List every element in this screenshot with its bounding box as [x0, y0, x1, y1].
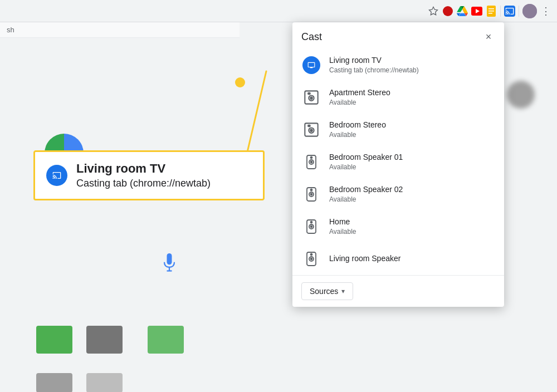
svg-point-26: [311, 189, 312, 191]
svg-point-33: [311, 258, 312, 260]
cast-device-icon-wrap-4: [301, 152, 321, 172]
cast-device-icon-wrap-2: [301, 87, 321, 107]
cast-popup: Cast × Living room TV Casting tab (chrom…: [292, 22, 504, 307]
cast-device-name: Living room TV: [329, 55, 495, 66]
svg-point-13: [310, 97, 312, 99]
cast-device-icon-wrap: [301, 55, 321, 75]
cast-active-tv-icon: [302, 56, 320, 74]
cast-device-bedroom-speaker-02[interactable]: Bedroom Speaker 02 Available: [292, 178, 504, 210]
cast-device-info-7: Living room Speaker: [329, 253, 495, 264]
sources-dropdown-arrow: ▾: [341, 287, 345, 295]
callout-status: Casting tab (chrome://newtab): [76, 177, 211, 190]
cast-device-icon-wrap-5: [301, 184, 321, 204]
cast-icon[interactable]: [504, 6, 515, 17]
cast-device-info-5: Bedroom Speaker 02 Available: [329, 184, 495, 204]
opera-icon[interactable]: [442, 6, 453, 17]
youtube-icon[interactable]: [471, 6, 482, 17]
cast-device-info-3: Bedroom Stereo Available: [329, 120, 495, 140]
cast-device-status-5: Available: [329, 195, 495, 204]
cast-device-info: Living room TV Casting tab (chrome://new…: [329, 55, 495, 75]
yellow-indicator-dot: [235, 77, 245, 87]
thumbnail-5: [86, 373, 123, 392]
cast-device-list[interactable]: Living room TV Casting tab (chrome://new…: [292, 49, 504, 275]
thumbnail-3: [148, 326, 184, 354]
svg-point-30: [311, 222, 312, 223]
toolbar-divider2: [519, 6, 519, 17]
cast-device-status-4: Available: [329, 163, 495, 172]
cast-device-bedroom-stereo[interactable]: Bedroom Stereo Available: [292, 114, 504, 146]
url-text: sh: [7, 26, 14, 34]
cast-device-name-7: Living room Speaker: [329, 253, 495, 264]
thumbnail-1: [36, 326, 72, 354]
sources-button[interactable]: Sources ▾: [301, 282, 353, 300]
cast-device-living-room-speaker[interactable]: Living room Speaker: [292, 243, 504, 275]
cast-device-status-6: Available: [329, 227, 495, 237]
cast-device-name-2: Apartment Stereo: [329, 87, 495, 99]
cast-device-icon-wrap-6: [301, 217, 321, 237]
cast-device-home[interactable]: Home Available: [292, 210, 504, 243]
cast-device-living-room-tv[interactable]: Living room TV Casting tab (chrome://new…: [292, 49, 504, 81]
cast-device-name-5: Bedroom Speaker 02: [329, 184, 495, 195]
svg-marker-0: [429, 7, 438, 14]
svg-rect-6: [488, 13, 492, 14]
profile-avatar[interactable]: [522, 4, 537, 18]
more-options-icon[interactable]: ⋮: [540, 6, 551, 17]
callout-text: Living room TV Casting tab (chrome://new…: [76, 161, 211, 190]
thumbnail-2: [86, 326, 123, 354]
svg-point-34: [311, 254, 312, 256]
callout-annotation: Living room TV Casting tab (chrome://new…: [33, 150, 265, 200]
cast-device-info-4: Bedroom Speaker 01 Available: [329, 152, 495, 172]
profile-blur-decoration: [507, 81, 535, 109]
cast-popup-header: Cast ×: [292, 22, 504, 49]
cast-device-status-3: Available: [329, 130, 495, 140]
svg-rect-7: [167, 253, 172, 264]
mic-icon: [162, 253, 177, 277]
keep-icon[interactable]: [486, 6, 497, 17]
svg-rect-18: [308, 125, 310, 126]
cast-device-status-2: Available: [329, 98, 495, 107]
cast-device-apartment-stereo[interactable]: Apartment Stereo Available: [292, 81, 504, 114]
thumbnail-4: [36, 373, 72, 392]
sources-label: Sources: [310, 287, 338, 296]
cast-device-icon-wrap-7: [301, 249, 321, 269]
cast-device-bedroom-speaker-01[interactable]: Bedroom Speaker 01 Available: [292, 146, 504, 178]
cast-device-name-6: Home: [329, 217, 495, 228]
svg-point-29: [311, 226, 312, 228]
cast-device-status: Casting tab (chrome://newtab): [329, 66, 495, 75]
svg-rect-14: [308, 93, 310, 94]
svg-point-17: [310, 129, 312, 131]
callout-cast-icon: [46, 165, 67, 186]
svg-rect-4: [488, 8, 494, 9]
cast-device-info-6: Home Available: [329, 217, 495, 237]
url-bar-partial: sh: [0, 22, 240, 38]
cast-device-icon-wrap-3: [301, 120, 321, 140]
cast-footer: Sources ▾: [292, 275, 504, 307]
svg-point-25: [311, 194, 312, 195]
cast-device-name-3: Bedroom Stereo: [329, 120, 495, 131]
browser-toolbar: ⋮: [0, 0, 557, 22]
google-drive-icon[interactable]: [457, 6, 468, 17]
svg-rect-5: [488, 11, 494, 12]
callout-device-name: Living room TV: [76, 161, 211, 177]
star-icon[interactable]: [428, 6, 439, 17]
cast-popup-title: Cast: [301, 31, 322, 43]
toolbar-divider: [500, 6, 501, 17]
svg-point-21: [311, 161, 312, 163]
svg-point-22: [311, 157, 312, 159]
cast-device-info-2: Apartment Stereo Available: [329, 87, 495, 107]
cast-close-button[interactable]: ×: [482, 30, 495, 43]
cast-device-name-4: Bedroom Speaker 01: [329, 152, 495, 163]
